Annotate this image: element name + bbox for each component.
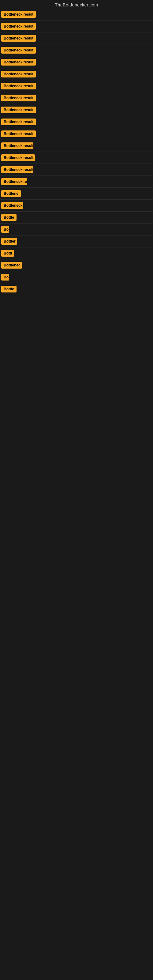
bottleneck-result-badge[interactable]: Bottl	[1, 250, 14, 257]
list-item: Bottleneck result	[0, 164, 153, 176]
list-item: Bottleneck result	[0, 9, 153, 21]
bottleneck-result-badge[interactable]: Bottleneck result	[1, 119, 36, 125]
bottleneck-result-badge[interactable]: Bottleneck result	[1, 166, 33, 173]
bottleneck-result-badge[interactable]: Bottleneck re	[1, 178, 27, 185]
bottleneck-result-badge[interactable]: Bottleneck result	[1, 142, 33, 149]
list-item: Bottleneck re	[0, 176, 153, 188]
list-item: Bottlenec	[0, 259, 153, 271]
list-item: Bottleneck result	[0, 92, 153, 104]
list-item: Bottleneck result	[0, 116, 153, 128]
bottleneck-result-badge[interactable]: Bo	[1, 274, 9, 280]
list-item: Bottleneck result	[0, 140, 153, 152]
bottleneck-result-badge[interactable]: Bottleneck result	[1, 154, 35, 161]
bottleneck-result-badge[interactable]: Bottleneck result	[1, 59, 36, 65]
bottleneck-result-badge[interactable]: Bottleneck result	[1, 71, 36, 78]
bottleneck-result-badge[interactable]: Bo	[1, 226, 9, 233]
bottleneck-result-badge[interactable]: Bottleneck result	[1, 83, 36, 89]
bottleneck-result-badge[interactable]: Bottleneck result	[1, 11, 36, 18]
list-item: Bottleneck	[0, 200, 153, 212]
list-item: Bottler	[0, 235, 153, 247]
bottleneck-result-badge[interactable]: Bottler	[1, 238, 17, 245]
bottleneck-result-badge[interactable]: Bottle	[1, 286, 16, 293]
bottleneck-result-badge[interactable]: Bottlenec	[1, 262, 22, 269]
bottleneck-result-badge[interactable]: Bottleneck	[1, 202, 23, 209]
list-item: Bo	[0, 224, 153, 235]
bottleneck-result-badge[interactable]: Bottleneck result	[1, 35, 36, 41]
list-item: Bottleneck result	[0, 128, 153, 140]
bottleneck-result-badge[interactable]: Bottleneck result	[1, 107, 36, 113]
list-item: Bottlene	[0, 188, 153, 200]
bottleneck-result-badge[interactable]: Bottleneck result	[1, 47, 36, 54]
list-item: Bottleneck result	[0, 68, 153, 80]
list-item: Bottleneck result	[0, 32, 153, 45]
bottleneck-result-badge[interactable]: Bottleneck result	[1, 95, 36, 101]
list-item: Bottleneck result	[0, 80, 153, 92]
site-title: TheBottlenecker.com	[0, 0, 153, 9]
list-item: Bottleneck result	[0, 152, 153, 164]
list-item: Bottle	[0, 212, 153, 224]
list-item: Bottleneck result	[0, 104, 153, 116]
bottleneck-result-badge[interactable]: Bottleneck result	[1, 23, 36, 30]
bottleneck-result-badge[interactable]: Bottleneck result	[1, 130, 36, 137]
bottleneck-result-badge[interactable]: Bottlene	[1, 190, 21, 197]
list-item: Bo	[0, 271, 153, 283]
list-item: Bottleneck result	[0, 45, 153, 56]
bottleneck-result-badge[interactable]: Bottle	[1, 214, 16, 221]
list-item: Bottleneck result	[0, 21, 153, 32]
list-item: Bottle	[0, 283, 153, 295]
list-item: Bottleneck result	[0, 56, 153, 68]
list-item: Bottl	[0, 247, 153, 259]
